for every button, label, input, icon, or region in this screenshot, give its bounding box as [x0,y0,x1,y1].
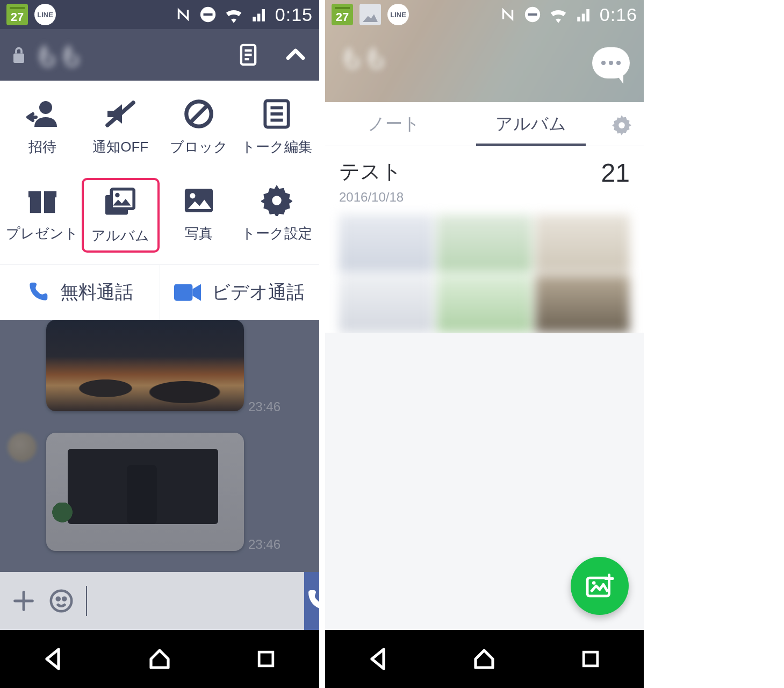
lock-icon [11,45,27,64]
status-bar: 27 LINE 0:16 [325,0,644,29]
ellipsis-icon [601,61,621,65]
compose-call-button[interactable] [304,572,319,630]
menu-label: アルバム [91,226,149,245]
menu-block[interactable]: ブロック [160,91,238,162]
album-thumbnails [339,214,630,333]
nav-recent-button[interactable] [574,643,607,675]
album-thumbnail[interactable] [437,275,531,333]
menu-photo[interactable]: 写真 [160,178,238,253]
chat-menu-panel: 招待 通知OFF ブロック トーク編集 [0,81,319,320]
menu-present[interactable]: プレゼント [3,178,82,253]
phone-left: 27 LINE 0:15 もも [0,0,319,688]
nav-home-button[interactable] [468,643,500,675]
voice-call-button[interactable]: 無料通話 [0,265,160,320]
album-count: 21 [601,158,630,188]
calendar-icon: 27 [332,4,353,25]
svg-point-20 [272,196,282,205]
menu-album[interactable]: アルバム [82,178,160,253]
chat-title: もも [34,39,83,71]
album-thumbnail[interactable] [437,214,531,272]
video-call-label: ビデオ通話 [212,280,305,305]
chat-title: もも [339,41,387,73]
svg-point-30 [618,122,625,128]
block-icon [182,97,216,131]
album-thumbnail[interactable] [535,214,630,272]
attach-button[interactable] [11,588,37,614]
wifi-icon [224,5,244,24]
album-thumbnail[interactable] [339,275,434,333]
video-icon [174,282,201,303]
line-app-icon: LINE [387,4,409,25]
calendar-icon: 27 [6,4,28,25]
svg-rect-14 [41,187,44,214]
dnd-icon [523,5,542,24]
svg-rect-2 [13,54,24,63]
svg-line-7 [190,105,207,123]
menu-invite[interactable]: 招待 [3,91,82,162]
add-album-fab[interactable] [571,557,629,615]
svg-point-25 [57,598,60,600]
status-right: 0:15 [174,4,313,25]
album-header: 27 LINE 0:16 もも [325,0,644,102]
gift-icon [25,183,60,218]
menu-label: トーク編集 [241,138,312,156]
nav-back-button[interactable] [362,643,394,675]
status-clock: 0:16 [600,4,637,25]
list-icon [260,97,294,131]
android-navbar [0,630,319,688]
menu-mute[interactable]: 通知OFF [82,91,160,162]
line-app-icon: LINE [34,4,56,25]
phone-icon [26,281,49,304]
nav-home-button[interactable] [143,643,176,675]
dnd-icon [199,5,217,24]
phone-right: 27 LINE 0:16 もも ノート アルバム テスト [325,0,644,688]
menu-label: トーク設定 [241,224,312,243]
svg-point-17 [115,193,119,197]
svg-rect-33 [584,652,598,666]
menu-label: プレゼント [6,224,78,243]
chat-body: 23:46 23:46 [0,320,319,572]
svg-rect-1 [203,13,212,16]
svg-point-26 [63,598,66,600]
message-input[interactable] [86,586,293,616]
menu-edit-talk[interactable]: トーク編集 [238,91,317,162]
svg-rect-29 [528,13,537,16]
status-bar: 27 LINE 0:15 [0,0,319,29]
menu-label: 招待 [28,138,56,156]
tab-note[interactable]: ノート [325,102,463,146]
add-photo-icon [585,573,614,599]
emoji-button[interactable] [48,588,74,614]
nav-back-button[interactable] [37,643,69,675]
album-item[interactable]: テスト 2016/10/18 21 [325,146,644,333]
android-navbar [325,630,644,688]
svg-point-19 [190,193,195,198]
svg-point-24 [51,591,71,611]
open-chat-button[interactable] [592,47,630,78]
album-body [325,333,644,630]
video-call-button[interactable]: ビデオ通話 [160,265,320,320]
menu-talk-settings[interactable]: トーク設定 [238,178,317,253]
compose-bar [0,572,319,630]
album-thumbnail[interactable] [535,275,630,333]
svg-rect-27 [259,652,273,666]
svg-point-32 [592,581,595,584]
album-tabs: ノート アルバム [325,102,644,146]
status-left: 27 LINE [6,4,56,25]
signal-icon [250,5,269,24]
svg-rect-16 [111,189,134,209]
mute-icon [103,97,138,131]
voice-call-label: 無料通話 [60,280,133,305]
menu-label: 写真 [185,224,213,243]
tab-settings-button[interactable] [600,102,644,146]
album-thumbnail[interactable] [339,214,434,272]
chat-header: もも [0,29,319,81]
signal-icon [575,5,593,24]
status-clock: 0:15 [275,4,313,25]
collapse-button[interactable] [283,42,308,68]
nav-recent-button[interactable] [250,643,282,675]
tab-album[interactable]: アルバム [463,102,600,146]
menu-label: ブロック [170,138,228,156]
menu-label: 通知OFF [92,138,148,156]
wifi-icon [548,5,569,24]
notes-button[interactable] [235,42,261,68]
